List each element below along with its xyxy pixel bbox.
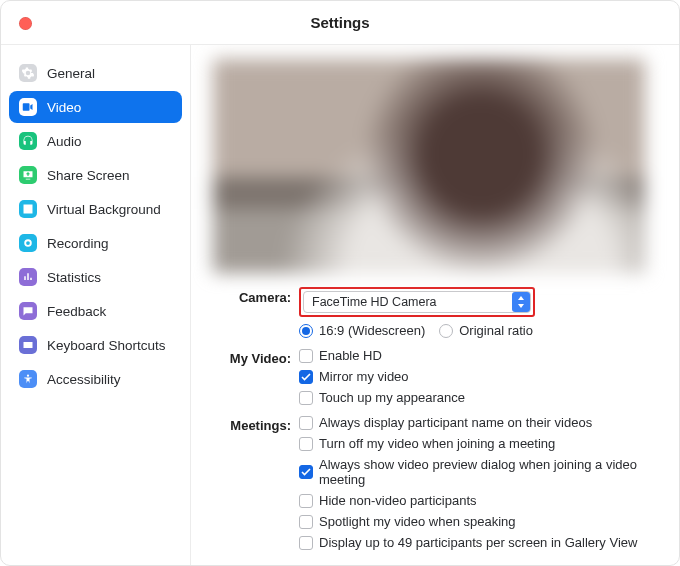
sidebar-item-virtual-background[interactable]: Virtual Background <box>9 193 182 225</box>
sidebar-item-statistics[interactable]: Statistics <box>9 261 182 293</box>
radio-original-label: Original ratio <box>459 323 533 338</box>
row-my-video: My Video: Enable HD Mirror my video Touc… <box>213 348 659 405</box>
gear-icon <box>19 64 37 82</box>
my-video-label: My Video: <box>213 348 299 366</box>
svg-point-1 <box>26 241 30 245</box>
check-spotlight[interactable] <box>299 515 313 529</box>
sidebar-item-label: General <box>47 66 95 81</box>
camera-select-highlight: FaceTime HD Camera <box>299 287 535 317</box>
settings-window: Settings General Video Audio <box>0 0 680 566</box>
sidebar-item-general[interactable]: General <box>9 57 182 89</box>
check-display-name[interactable] <box>299 416 313 430</box>
check-spotlight-label: Spotlight my video when speaking <box>319 514 516 529</box>
keyboard-icon <box>19 336 37 354</box>
check-turn-off-video[interactable] <box>299 437 313 451</box>
check-display-name-label: Always display participant name on their… <box>319 415 592 430</box>
radio-16-9[interactable] <box>299 324 313 338</box>
sidebar-item-audio[interactable]: Audio <box>9 125 182 157</box>
sidebar-item-label: Recording <box>47 236 109 251</box>
record-icon <box>19 234 37 252</box>
titlebar: Settings <box>1 1 679 45</box>
radio-original[interactable] <box>439 324 453 338</box>
row-camera: Camera: FaceTime HD Camera <box>213 287 659 338</box>
sidebar-item-label: Statistics <box>47 270 101 285</box>
sidebar-item-label: Virtual Background <box>47 202 161 217</box>
check-mirror[interactable] <box>299 370 313 384</box>
close-icon[interactable] <box>19 17 32 30</box>
sidebar-item-recording[interactable]: Recording <box>9 227 182 259</box>
sidebar-item-label: Keyboard Shortcuts <box>47 338 166 353</box>
camera-label: Camera: <box>213 287 299 305</box>
sidebar-item-label: Audio <box>47 134 82 149</box>
virtual-background-icon <box>19 200 37 218</box>
row-meetings: Meetings: Always display participant nam… <box>213 415 659 550</box>
camera-select-value: FaceTime HD Camera <box>312 295 437 309</box>
check-gallery-49-label: Display up to 49 participants per screen… <box>319 535 637 550</box>
sidebar-item-label: Feedback <box>47 304 106 319</box>
video-icon <box>19 98 37 116</box>
chevron-updown-icon <box>512 292 530 312</box>
camera-preview <box>213 59 645 273</box>
page-title: Settings <box>310 14 369 31</box>
sidebar-item-keyboard-shortcuts[interactable]: Keyboard Shortcuts <box>9 329 182 361</box>
check-gallery-49[interactable] <box>299 536 313 550</box>
aspect-ratio-options: 16:9 (Widescreen) Original ratio <box>299 323 659 338</box>
check-enable-hd-label: Enable HD <box>319 348 382 363</box>
radio-16-9-label: 16:9 (Widescreen) <box>319 323 425 338</box>
sidebar-item-label: Video <box>47 100 81 115</box>
check-enable-hd[interactable] <box>299 349 313 363</box>
headphones-icon <box>19 132 37 150</box>
statistics-icon <box>19 268 37 286</box>
check-touchup[interactable] <box>299 391 313 405</box>
content-pane: Camera: FaceTime HD Camera <box>191 45 679 565</box>
check-preview-dialog-label: Always show video preview dialog when jo… <box>319 457 659 487</box>
sidebar-item-label: Share Screen <box>47 168 130 183</box>
meetings-label: Meetings: <box>213 415 299 433</box>
check-touchup-label: Touch up my appearance <box>319 390 465 405</box>
feedback-icon <box>19 302 37 320</box>
share-screen-icon <box>19 166 37 184</box>
check-preview-dialog[interactable] <box>299 465 313 479</box>
sidebar: General Video Audio Share Screen <box>1 45 191 565</box>
sidebar-item-feedback[interactable]: Feedback <box>9 295 182 327</box>
sidebar-item-label: Accessibility <box>47 372 121 387</box>
check-mirror-label: Mirror my video <box>319 369 409 384</box>
camera-select[interactable]: FaceTime HD Camera <box>303 291 531 313</box>
accessibility-icon <box>19 370 37 388</box>
check-hide-nonvideo-label: Hide non-video participants <box>319 493 477 508</box>
sidebar-item-accessibility[interactable]: Accessibility <box>9 363 182 395</box>
sidebar-item-share-screen[interactable]: Share Screen <box>9 159 182 191</box>
sidebar-item-video[interactable]: Video <box>9 91 182 123</box>
check-hide-nonvideo[interactable] <box>299 494 313 508</box>
window-body: General Video Audio Share Screen <box>1 45 679 565</box>
check-turn-off-video-label: Turn off my video when joining a meeting <box>319 436 555 451</box>
